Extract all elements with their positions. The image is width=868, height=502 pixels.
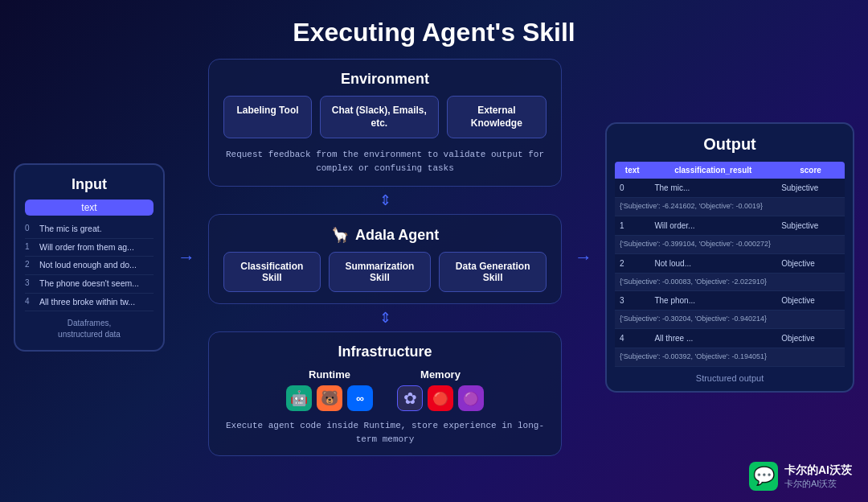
env-item-chat: Chat (Slack), Emails, etc. [320, 96, 439, 138]
bear-icon: 🐻 [317, 385, 342, 411]
table-row: {'Subjective': -0.399104, 'Objective': -… [615, 236, 845, 254]
output-score-1: {'Subjective': -0.399104, 'Objective': -… [615, 236, 845, 254]
environment-items: Labeling Tool Chat (Slack), Emails, etc.… [223, 96, 547, 138]
agent-emoji: 🦙 [331, 227, 349, 243]
diagram-area: Input text 0 The mic is great. 1 Will or… [0, 59, 868, 456]
output-score-3: {'Subjective': -0.30204, 'Objective': -0… [615, 311, 845, 329]
infra-runtime-icons: 🤖 🐻 ∞ [286, 385, 373, 411]
flower-icon: ✿ [397, 385, 423, 411]
output-col-classification: classification_result [649, 162, 776, 179]
table-row: {'Subjective': -0.00083, 'Objective': -2… [615, 273, 845, 291]
input-row-idx-2: 2 [25, 260, 35, 269]
infrastructure-box: Infrastructure Runtime 🤖 🐻 ∞ Memory ✿ 🔴 [208, 331, 562, 456]
table-row: 0 The mic... Subjective [615, 179, 845, 198]
output-text-4: All three ... [649, 329, 776, 348]
meta-icon: ∞ [347, 385, 373, 411]
input-row-1: 1 Will order from them ag... [25, 239, 154, 257]
input-row-val-2: Not loud enough and do... [39, 260, 137, 271]
input-row-0: 0 The mic is great. [25, 220, 154, 239]
page-title: Executing Agent's Skill [0, 0, 868, 59]
output-text-0: The mic... [649, 179, 776, 198]
input-to-agent-arrow: → [178, 247, 195, 268]
wechat-icon: 💬 [749, 462, 778, 491]
input-panel: Input text 0 The mic is great. 1 Will or… [14, 163, 165, 352]
watermark-sub: 卡尔的AI沃茨 [784, 478, 852, 490]
table-row: 2 Not loud... Objective [615, 253, 845, 273]
environment-box: Environment Labeling Tool Chat (Slack), … [208, 59, 562, 187]
input-row-4: 4 All three broke within tw... [25, 294, 154, 312]
output-text-2: Not loud... [649, 253, 776, 273]
table-row: 1 Will order... Subjective [615, 216, 845, 236]
agent-skills: Classification Skill Summarization Skill… [223, 252, 547, 292]
output-score-2: {'Subjective': -0.00083, 'Objective': -2… [615, 273, 845, 291]
infra-memory-icons: ✿ 🔴 🟣 [397, 385, 484, 411]
infra-runtime-section: Runtime 🤖 🐻 ∞ [286, 368, 373, 411]
agent-to-infra-arrow: ⇕ [379, 311, 391, 325]
wechat-text: 卡尔的AI沃茨 卡尔的AI沃茨 [784, 463, 852, 491]
environment-description: Request feedback from the environment to… [223, 148, 547, 175]
infra-runtime-label: Runtime [286, 368, 373, 381]
output-class-0: Subjective [776, 179, 845, 198]
table-row: {'Subjective': -0.30204, 'Objective': -0… [615, 311, 845, 329]
input-row-2: 2 Not loud enough and do... [25, 257, 154, 275]
table-row: {'Subjective': -6.241602, 'Objective': -… [615, 198, 845, 216]
mastercard-icon: 🔴 [428, 385, 453, 411]
output-idx-4: 4 [615, 329, 649, 348]
input-row-val-4: All three broke within tw... [39, 297, 135, 308]
infra-memory-label: Memory [397, 368, 484, 381]
agent-to-output-arrow: → [575, 247, 592, 268]
output-idx-2: 2 [615, 253, 649, 273]
input-row-val-3: The phone doesn't seem... [39, 278, 139, 290]
output-col-text: text [615, 162, 649, 179]
env-to-agent-arrow: ⇕ [379, 193, 391, 208]
output-text-1: Will order... [649, 216, 776, 236]
output-class-1: Subjective [776, 216, 845, 236]
input-row-3: 3 The phone doesn't seem... [25, 275, 154, 294]
output-class-4: Objective [776, 329, 845, 348]
output-text-3: The phon... [649, 291, 776, 311]
input-row-idx-4: 4 [25, 297, 35, 306]
output-class-3: Objective [776, 291, 845, 311]
table-row: {'Subjective': -0.00392, 'Objective': -0… [615, 348, 845, 367]
input-row-val-1: Will order from them ag... [39, 242, 134, 253]
output-footer: Structured output [615, 373, 845, 383]
environment-title: Environment [223, 71, 547, 88]
infra-sections: Runtime 🤖 🐻 ∞ Memory ✿ 🔴 🟣 [223, 368, 547, 411]
output-col-score: score [776, 162, 845, 179]
skill-data-generation: Data Generation Skill [439, 252, 547, 292]
center-column: Environment Labeling Tool Chat (Slack), … [208, 59, 562, 456]
input-row-val-0: The mic is great. [39, 224, 102, 235]
output-table: text classification_result score 0 The m… [615, 162, 845, 366]
skill-summarization: Summarization Skill [329, 252, 432, 292]
input-column-header: text [25, 200, 154, 216]
input-footer: Dataframes,unstructured data [25, 318, 154, 340]
output-panel: Output text classification_result score … [605, 122, 854, 392]
env-item-knowledge: External Knowledge [447, 96, 547, 138]
table-row: 3 The phon... Objective [615, 291, 845, 311]
output-score-4: {'Subjective': -0.00392, 'Objective': -0… [615, 348, 845, 367]
output-idx-3: 3 [615, 291, 649, 311]
input-panel-title: Input [25, 176, 154, 193]
output-idx-0: 0 [615, 179, 649, 198]
agent-box: 🦙 Adala Agent Classification Skill Summa… [208, 214, 562, 304]
skill-classification: Classification Skill [223, 252, 321, 292]
infrastructure-description: Execute agent code inside Runtime, store… [223, 419, 547, 446]
agent-title: 🦙 Adala Agent [223, 226, 547, 244]
output-class-2: Objective [776, 253, 845, 273]
watermark: 💬 卡尔的AI沃茨 卡尔的AI沃茨 [749, 462, 852, 491]
output-score-0: {'Subjective': -6.241602, 'Objective': -… [615, 198, 845, 216]
output-title: Output [615, 135, 845, 154]
openai-icon: 🤖 [286, 385, 312, 411]
table-row: 4 All three ... Objective [615, 329, 845, 348]
agent-name: Adala Agent [355, 227, 439, 243]
input-row-idx-1: 1 [25, 242, 35, 251]
infra-memory-section: Memory ✿ 🔴 🟣 [397, 368, 484, 411]
input-row-idx-0: 0 [25, 224, 35, 232]
input-row-idx-3: 3 [25, 278, 35, 287]
output-idx-1: 1 [615, 216, 649, 236]
purple-icon: 🟣 [458, 385, 484, 411]
watermark-name: 卡尔的AI沃茨 [784, 463, 852, 479]
infrastructure-title: Infrastructure [223, 344, 547, 360]
env-item-labeling: Labeling Tool [223, 96, 312, 138]
